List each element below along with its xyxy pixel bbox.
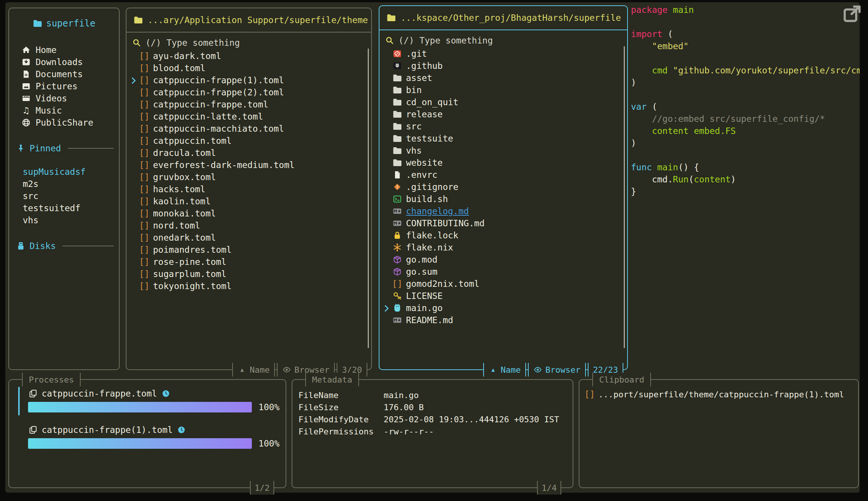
file-row-catppuccin-toml[interactable]: []catppuccin.toml bbox=[126, 135, 371, 147]
sidebar-item-music[interactable]: ♫Music bbox=[14, 104, 114, 117]
file-name: website bbox=[406, 158, 443, 168]
file-row-catppuccin-frappe-2-toml[interactable]: []catppuccin-frappe(2).toml bbox=[126, 86, 371, 98]
file-name: asset bbox=[406, 73, 432, 83]
file-row-github[interactable]: .github bbox=[379, 60, 627, 72]
file-row-go-mod[interactable]: go.mod bbox=[379, 254, 627, 266]
file-row-license[interactable]: LICENSE bbox=[379, 290, 627, 302]
file-row-gitignore[interactable]: .gitignore bbox=[379, 181, 627, 193]
process-item-catppuccin-frappe-1-toml[interactable]: catppuccin-frappe(1).toml100% bbox=[15, 424, 279, 449]
file-row-go-sum[interactable]: go.sum bbox=[379, 266, 627, 278]
processes-pagination: 1/2 bbox=[250, 481, 274, 495]
toml-icon: [] bbox=[139, 63, 149, 73]
mode-toggle[interactable]: Browser bbox=[528, 363, 586, 377]
pinned-item-testsuitedf[interactable]: testsuitedf bbox=[14, 202, 114, 214]
toml-icon: [] bbox=[139, 281, 149, 291]
file-row-hacks-toml[interactable]: []hacks.toml bbox=[126, 183, 371, 195]
file-row-catppuccin-macchiato-toml[interactable]: []catppuccin-macchiato.toml bbox=[126, 123, 371, 135]
file-row-vhs[interactable]: vhs bbox=[379, 145, 627, 157]
code-line: "embed" bbox=[631, 40, 860, 52]
music-icon: ♫ bbox=[21, 106, 31, 115]
pinned-item-src[interactable]: src bbox=[14, 190, 114, 202]
metadata-panel: Metadata FileNamemain.goFileSize176.00 B… bbox=[292, 379, 573, 488]
toml-icon: [] bbox=[139, 160, 149, 170]
code-line: ) bbox=[631, 137, 860, 149]
sidebar-item-downloads[interactable]: Downloads bbox=[14, 56, 114, 68]
file-row-kaolin-toml[interactable]: []kaolin.toml bbox=[126, 195, 371, 207]
sidebar-item-publicshare[interactable]: PublicShare bbox=[14, 117, 114, 129]
process-item-catppuccin-frappe-toml[interactable]: catppuccin-frappe.toml100% bbox=[15, 387, 279, 412]
file-row-build-sh[interactable]: build.sh bbox=[379, 193, 627, 205]
file-row-git[interactable]: .git bbox=[379, 48, 627, 60]
file-row-bin[interactable]: bin bbox=[379, 84, 627, 96]
file-row-sugarplum-toml[interactable]: []sugarplum.toml bbox=[126, 268, 371, 280]
search-icon bbox=[385, 36, 395, 45]
file-row-website[interactable]: website bbox=[379, 157, 627, 169]
app-folder-icon bbox=[33, 19, 42, 28]
code-line: cmd "github.com/yorukot/superfile/src/cm bbox=[631, 64, 860, 76]
search-placeholder: (/) Type something bbox=[145, 38, 240, 48]
file-row-gomod2nix-toml[interactable]: []gomod2nix.toml bbox=[379, 278, 627, 290]
copy-icon bbox=[28, 425, 38, 434]
file-row-release[interactable]: release bbox=[379, 108, 627, 120]
file-row-asset[interactable]: asset bbox=[379, 72, 627, 84]
file-name: kaolin.toml bbox=[153, 196, 211, 206]
pinned-item-supmusicadsf[interactable]: supMusicadsf bbox=[14, 166, 114, 178]
file-row-tokyonight-toml[interactable]: []tokyonight.toml bbox=[126, 280, 371, 292]
clipboard-item-path: ...port/superfile/theme/catppuccin-frapp… bbox=[598, 390, 844, 399]
file-name: dracula.toml bbox=[153, 148, 216, 158]
sidebar-item-videos[interactable]: Videos bbox=[14, 92, 114, 104]
disks-divider bbox=[62, 246, 114, 246]
file-row-src[interactable]: src bbox=[379, 120, 627, 132]
sidebar-item-label: Pictures bbox=[36, 81, 78, 91]
sidebar-item-pictures[interactable]: Pictures bbox=[14, 80, 114, 92]
file-row-readme-md[interactable]: README.md bbox=[379, 314, 627, 326]
metadata-value: 176.00 B bbox=[384, 403, 424, 412]
file-preview: package mainimport ( "embed" cmd "github… bbox=[631, 4, 860, 198]
file-row-onedark-toml[interactable]: []onedark.toml bbox=[126, 232, 371, 244]
file-name: bin bbox=[406, 85, 422, 95]
pinned-item-vhs[interactable]: vhs bbox=[14, 214, 114, 226]
file-row-monokai-toml[interactable]: []monokai.toml bbox=[126, 207, 371, 219]
file-row-nord-toml[interactable]: []nord.toml bbox=[126, 219, 371, 232]
file-row-testsuite[interactable]: testsuite bbox=[379, 132, 627, 145]
code-line bbox=[631, 52, 860, 64]
scrollbar[interactable] bbox=[368, 48, 369, 348]
search-input[interactable]: (/) Type something bbox=[385, 34, 627, 47]
file-row-gruvbox-toml[interactable]: []gruvbox.toml bbox=[126, 171, 371, 183]
toml-icon: [] bbox=[139, 112, 149, 121]
file-row-poimandres-toml[interactable]: []poimandres.toml bbox=[126, 244, 371, 256]
code-line: import ( bbox=[631, 28, 860, 40]
search-placeholder: (/) Type something bbox=[398, 36, 493, 45]
file-row-main-go[interactable]: main.go bbox=[379, 302, 627, 314]
sort-toggle[interactable]: ▲Name bbox=[483, 363, 526, 377]
file-row-envrc[interactable]: .envrc bbox=[379, 169, 627, 181]
file-row-ayu-dark-toml[interactable]: []ayu-dark.toml bbox=[126, 50, 371, 62]
file-row-changelog-md[interactable]: changelog.md bbox=[379, 205, 627, 217]
file-row-flake-nix[interactable]: flake.nix bbox=[379, 241, 627, 254]
open-external-icon[interactable] bbox=[841, 4, 863, 25]
file-row-everforest-dark-medium-toml[interactable]: []everforest-dark-medium.toml bbox=[126, 159, 371, 171]
clock-icon bbox=[161, 389, 171, 398]
file-row-cd-on-quit[interactable]: cd_on_quit bbox=[379, 96, 627, 108]
sidebar-item-home[interactable]: Home bbox=[14, 44, 114, 56]
file-name: catppuccin-frappe.toml bbox=[153, 100, 269, 109]
pinned-item-m2s[interactable]: m2s bbox=[14, 178, 114, 190]
sort-toggle[interactable]: ▲Name bbox=[232, 363, 275, 377]
clipboard-item[interactable]: []...port/superfile/theme/catppuccin-fra… bbox=[585, 388, 853, 400]
file-row-flake-lock[interactable]: flake.lock bbox=[379, 229, 627, 241]
folder-icon bbox=[392, 86, 402, 95]
file-row-rose-pine-toml[interactable]: []rose-pine.toml bbox=[126, 256, 371, 268]
mode-toggle-label: Browser bbox=[545, 365, 581, 375]
file-row-catppuccin-latte-toml[interactable]: []catppuccin-latte.toml bbox=[126, 110, 371, 123]
scrollbar[interactable] bbox=[624, 46, 625, 348]
file-row-catppuccin-frappe-1-toml[interactable]: []catppuccin-frappe(1).toml bbox=[126, 74, 371, 86]
search-input[interactable]: (/) Type something bbox=[132, 36, 371, 49]
file-row-contributing-md[interactable]: CONTRIBUTING.md bbox=[379, 217, 627, 229]
file-row-catppuccin-frappe-toml[interactable]: []catppuccin-frappe.toml bbox=[126, 98, 371, 110]
documents-icon bbox=[21, 70, 31, 79]
sidebar-item-label: Music bbox=[36, 106, 62, 115]
sidebar-item-documents[interactable]: Documents bbox=[14, 68, 114, 80]
file-row-blood-toml[interactable]: []blood.toml bbox=[126, 62, 371, 74]
metadata-label: FileName bbox=[298, 391, 384, 400]
file-row-dracula-toml[interactable]: []dracula.toml bbox=[126, 147, 371, 159]
